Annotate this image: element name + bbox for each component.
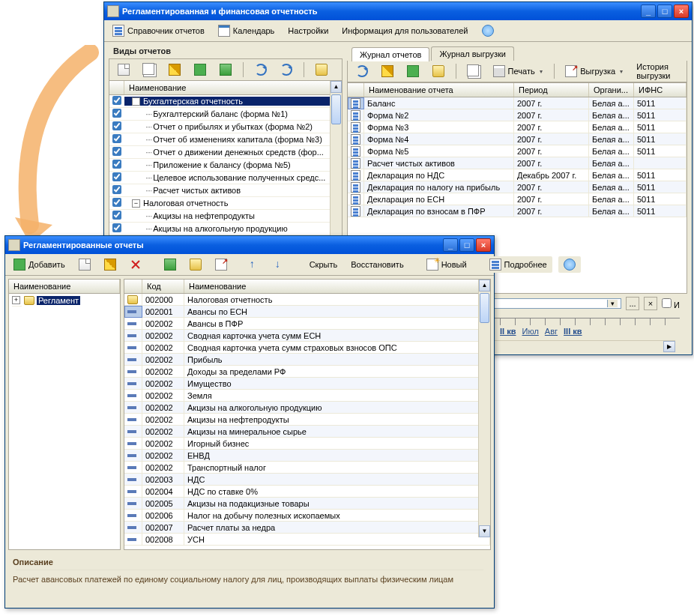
minimize-button[interactable]: _ <box>641 4 656 18</box>
expand-icon[interactable]: + <box>12 296 20 304</box>
tree-row[interactable]: ····Целевое использование полученных сре… <box>109 172 342 184</box>
tree-row[interactable]: −Налоговая отчетность <box>109 197 342 210</box>
grid-row[interactable]: Декларация по НДСДекабрь 2007 г.Белая а.… <box>348 169 687 181</box>
sec-6[interactable] <box>210 256 232 273</box>
minimize-button[interactable]: _ <box>443 238 458 252</box>
sec-titlebar[interactable]: Регламентированные отчеты _ □ × <box>5 236 494 254</box>
filter-clear[interactable]: × <box>644 297 657 310</box>
jtb-1[interactable] <box>351 63 373 79</box>
tb-r1[interactable] <box>250 61 272 78</box>
sec-1[interactable] <box>73 256 96 273</box>
sec-up[interactable] <box>244 256 267 273</box>
sec-5[interactable] <box>184 256 207 273</box>
tree-checkbox[interactable] <box>109 134 124 145</box>
maximize-button[interactable]: □ <box>459 238 474 252</box>
tree-checkbox[interactable] <box>109 211 124 221</box>
grid-row[interactable]: Баланс2007 г.Белая а...5011 <box>348 97 687 109</box>
sec-grid-row[interactable]: 002003НДС <box>124 474 490 486</box>
col-name[interactable]: Наименование отчета <box>364 83 514 97</box>
sec-restore[interactable]: Восстановить <box>346 256 408 273</box>
sec-scrollbar[interactable]: ▲▼ <box>478 280 490 537</box>
sec-grid-row[interactable]: 002002Транспортный налог <box>124 462 490 474</box>
month-link[interactable]: III кв <box>564 327 582 336</box>
jtb-4[interactable] <box>427 63 450 79</box>
sec-tree-col[interactable]: Наименование <box>9 280 120 293</box>
jtb-2[interactable] <box>376 63 399 79</box>
menu-info[interactable]: Информация для пользователей <box>337 22 473 39</box>
tree-checkbox[interactable] <box>109 223 124 234</box>
sec-grid-row[interactable]: 002002Акцизы на алкогольную продукцию <box>124 402 490 414</box>
tb-open[interactable] <box>310 61 333 78</box>
tree-col-name[interactable]: Наименование <box>124 81 342 94</box>
sec-grid-row[interactable]: 002002Акцизы на минеральное сырье <box>124 426 490 438</box>
jtb-3[interactable] <box>402 63 424 79</box>
close-button[interactable]: × <box>476 238 491 252</box>
tree-row[interactable]: ····Отчет о прибылях и убытках (форма №2… <box>109 121 342 133</box>
grid-row[interactable]: Декларация по взносам в ПФР2007 г.Белая … <box>348 205 687 217</box>
tree-checkbox[interactable] <box>109 109 124 119</box>
sec-grid-row[interactable]: 002001Авансы по ЕСН <box>124 306 490 318</box>
close-button[interactable]: × <box>674 4 689 18</box>
expand-icon[interactable]: − <box>132 199 140 208</box>
filter-more[interactable]: ... <box>626 297 639 310</box>
tb-new[interactable] <box>112 61 135 78</box>
grid-row[interactable]: Декларация по налогу на прибыль2007 г.Бе… <box>348 181 687 193</box>
menu-reports[interactable]: Справочник отчетов <box>107 22 210 39</box>
filter-ifns-cb[interactable]: И <box>662 298 680 309</box>
tree-row[interactable]: ····Бухгалтерский баланс (форма №1) <box>109 108 342 121</box>
menu-help[interactable] <box>477 22 499 39</box>
sec-new[interactable]: Новый <box>421 256 472 273</box>
tab-journal-export[interactable]: Журнал выгрузки <box>431 46 513 61</box>
col-org[interactable]: Органи... <box>589 83 634 97</box>
tree-row[interactable]: ····Акцизы на алкогольную продукцию <box>109 223 342 235</box>
sec-hide[interactable]: Скрыть <box>304 256 343 273</box>
expand-icon[interactable]: − <box>132 97 140 106</box>
col-period[interactable]: Период <box>514 83 589 97</box>
sec-grid-row[interactable]: 002007Расчет платы за недра <box>124 522 490 534</box>
sec-grid-row[interactable]: 002000Налоговая отчетность <box>124 294 490 306</box>
tree-row[interactable]: −Бухгалтерская отчетность <box>109 95 342 108</box>
sec-grid-row[interactable]: 002002Авансы в ПФР <box>124 318 490 330</box>
month-link[interactable]: Авг <box>545 327 558 336</box>
sec-grid-row[interactable]: 002002Земля <box>124 390 490 402</box>
sec-col-code[interactable]: Код <box>142 280 184 293</box>
main-titlebar[interactable]: Регламентированная и финансовая отчетнос… <box>104 2 692 20</box>
tb-edit[interactable] <box>163 61 186 78</box>
maximize-button[interactable]: □ <box>657 4 672 18</box>
grid-row[interactable]: Форма №42007 г.Белая а...5011 <box>348 133 687 145</box>
tree-checkbox[interactable] <box>109 96 124 106</box>
menu-settings[interactable]: Настройки <box>283 22 334 39</box>
sec-grid-row[interactable]: 002002Игорный бизнес <box>124 438 490 450</box>
grid-row[interactable]: Форма №32007 г.Белая а...5011 <box>348 121 687 133</box>
sec-grid-row[interactable]: 002005Акцизы на подакцизные товары <box>124 498 490 510</box>
sec-grid-row[interactable]: 002002Сводная карточка учета сумм страхо… <box>124 342 490 354</box>
tb-r2[interactable] <box>275 61 298 78</box>
sec-grid-row[interactable]: 002002Имущество <box>124 378 490 390</box>
sec-grid-row[interactable]: 002002Доходы за пределами РФ <box>124 366 490 378</box>
sec-4[interactable] <box>159 256 181 273</box>
sec-grid-row[interactable]: 002008УСН <box>124 534 490 546</box>
sec-add[interactable]: Добавить <box>8 256 70 273</box>
tree-checkbox[interactable] <box>109 172 124 183</box>
jtb-5[interactable] <box>462 63 485 79</box>
month-link[interactable]: II кв <box>500 327 516 336</box>
col-ifns[interactable]: ИФНС <box>634 83 687 97</box>
jtb-export[interactable]: Выгрузка <box>560 63 628 79</box>
sec-more[interactable]: Подробнее <box>484 256 552 273</box>
grid-row[interactable]: Форма №22007 г.Белая а...5011 <box>348 109 687 121</box>
tb-g1[interactable] <box>189 61 211 78</box>
tree-checkbox[interactable] <box>109 147 124 157</box>
sec-grid-row[interactable]: 002004НДС по ставке 0% <box>124 486 490 498</box>
tree-checkbox[interactable] <box>109 198 124 208</box>
jtb-history[interactable]: История выгрузки <box>631 63 684 79</box>
grid-row[interactable]: Форма №52007 г.Белая а...5011 <box>348 145 687 157</box>
sec-grid-row[interactable]: 002002Сводная карточка учета сумм ЕСН <box>124 330 490 342</box>
sec-grid-row[interactable]: 002002Прибыль <box>124 354 490 366</box>
month-link[interactable]: Июл <box>522 327 539 336</box>
tree-row[interactable]: ····Отчет об изменениях капитала (форма … <box>109 133 342 146</box>
sec-grid-row[interactable]: 002002Акцизы на нефтепродукты <box>124 414 490 426</box>
grid-row[interactable]: Декларация по ЕСН2007 г.Белая а...5011 <box>348 193 687 205</box>
tree-checkbox[interactable] <box>109 185 124 196</box>
sec-grid-row[interactable]: 002006Налог на добычу полезных ископаемы… <box>124 510 490 522</box>
tree-checkbox[interactable] <box>109 160 124 170</box>
